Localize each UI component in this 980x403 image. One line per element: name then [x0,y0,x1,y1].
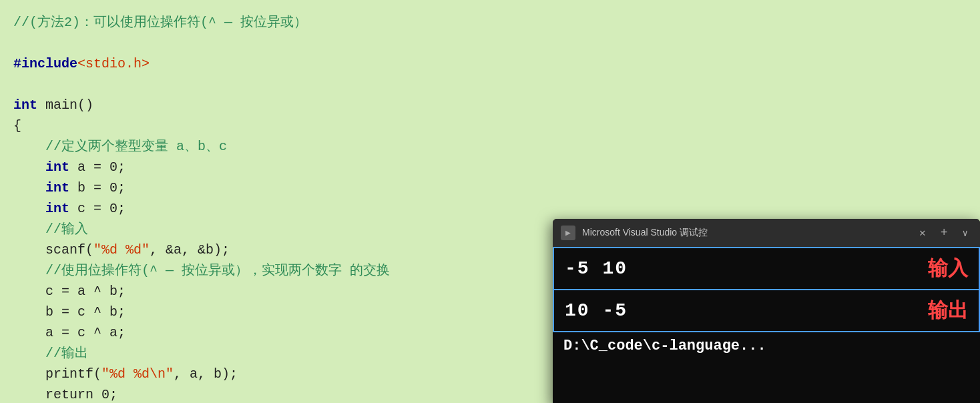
terminal-output-values: 10 -5 [565,300,628,321]
terminal-input-label: 输入 [928,255,968,282]
terminal-path: D:\C_code\c-language... [553,332,980,360]
terminal-body: -5 10 输入 10 -5 输出 D:\C_code\c-language..… [553,247,980,403]
terminal-window: ▶ Microsoft Visual Studio 调试控 ✕ + ∨ -5 1… [553,219,980,403]
code-line-5: int main() [13,95,967,115]
code-line-2 [13,33,967,53]
terminal-plus-button[interactable]: + [937,225,952,241]
terminal-input-values: -5 10 [565,258,628,279]
terminal-chevron-button[interactable]: ∨ [959,226,972,240]
terminal-titlebar: ▶ Microsoft Visual Studio 调试控 ✕ + ∨ [553,219,980,247]
terminal-output-row: 10 -5 输出 [553,290,980,332]
code-line-10: int c = 0; [13,198,967,219]
code-line-4 [13,74,967,95]
code-line-1: //(方法2)：可以使用位操作符(^ — 按位异或） [13,12,967,33]
code-line-8: int a = 0; [13,157,967,177]
code-line-6: { [13,115,967,136]
terminal-title: Microsoft Visual Studio 调试控 [582,227,909,239]
code-line-3: #include<stdio.h> [13,53,967,74]
terminal-input-row: -5 10 输入 [553,247,980,290]
code-line-7: //定义两个整型变量 a、b、c [13,136,967,157]
code-line-9: int b = 0; [13,177,967,198]
terminal-output-label: 输出 [928,297,968,324]
terminal-app-icon: ▶ [561,226,575,240]
terminal-close-button[interactable]: ✕ [915,225,930,241]
